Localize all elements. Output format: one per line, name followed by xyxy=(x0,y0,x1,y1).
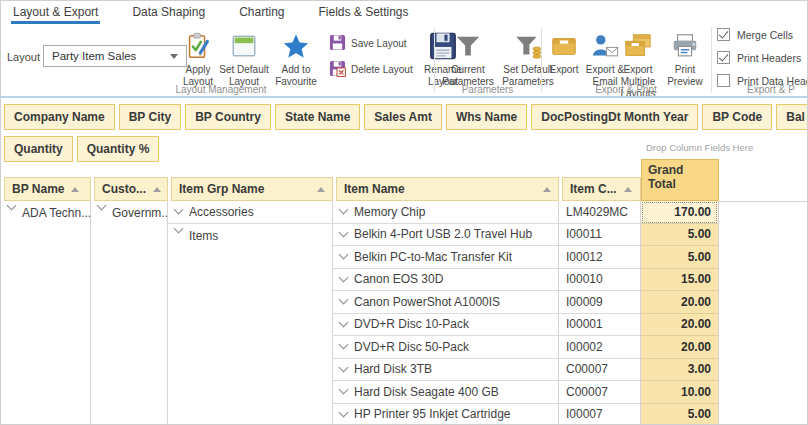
item-grp-cell[interactable]: Accessories xyxy=(168,201,332,224)
item-grp-column: Accessories Items xyxy=(168,201,333,424)
item-grp-cell[interactable]: Items xyxy=(168,224,332,425)
drop-column-fields-hint: Drop Column Fields Here xyxy=(646,142,753,153)
grand-total-cell[interactable]: 5.00 xyxy=(641,404,718,425)
tab-data-shaping[interactable]: Data Shaping xyxy=(130,2,207,24)
tab-layout-export[interactable]: Layout & Export xyxy=(11,2,100,24)
chevron-down-icon xyxy=(339,227,349,237)
grand-total-cell[interactable]: 20.00 xyxy=(641,291,718,314)
column-header-label: Item Grp Name xyxy=(179,182,264,196)
item-name-cell[interactable]: Memory Chip xyxy=(333,201,558,224)
field-chip-state-name[interactable]: State Name xyxy=(275,104,360,130)
field-chip-bp-country[interactable]: BP Country xyxy=(185,104,271,130)
column-header-customer[interactable]: Custo... xyxy=(94,177,168,201)
apply-layout-button[interactable]: Apply Layout xyxy=(175,28,221,88)
grand-total-cell[interactable]: 5.00 xyxy=(641,224,718,247)
field-chip-docpostingdt[interactable]: DocPostingDt Month Year xyxy=(531,104,698,130)
bp-name-cell[interactable]: ADA Techn... xyxy=(1,201,90,424)
chevron-down-icon xyxy=(339,317,349,327)
item-code-value: I00002 xyxy=(566,340,603,354)
merge-cells-checkbox[interactable]: Merge Cells xyxy=(717,28,793,41)
sort-asc-icon xyxy=(624,187,632,192)
item-name-cell[interactable]: Belkin PC-to-Mac Transfer Kit xyxy=(333,246,558,269)
field-chip-sales-amt[interactable]: Sales Amt xyxy=(364,104,442,130)
print-headers-label: Print Headers xyxy=(737,52,801,64)
save-layout-label: Save Layout xyxy=(351,38,407,49)
customer-cell[interactable]: Governm... xyxy=(91,201,167,424)
apply-layout-icon xyxy=(183,28,213,64)
layout-management-group-label: Layout Management xyxy=(121,84,321,95)
export-label: Export xyxy=(550,64,579,76)
column-header-item-code[interactable]: Item C... xyxy=(562,177,641,201)
item-name-cell[interactable]: Hard Disk 3TB xyxy=(333,359,558,382)
grand-total-cell[interactable]: 20.00 xyxy=(641,314,718,337)
printer-icon xyxy=(670,28,700,64)
chevron-down-icon xyxy=(339,340,349,350)
item-code-cell[interactable]: C00007 xyxy=(559,381,640,404)
item-code-cell[interactable]: I00010 xyxy=(559,269,640,292)
item-name-value: Canon EOS 30D xyxy=(354,272,443,286)
current-parameters-button[interactable]: Current Parameters xyxy=(437,28,499,88)
item-code-cell[interactable]: I00002 xyxy=(559,336,640,359)
item-code-value: I00007 xyxy=(566,407,603,421)
ribbon: Layout Party Item Sales Apply Layout xyxy=(1,24,807,96)
merge-cells-label: Merge Cells xyxy=(737,29,793,41)
chevron-down-icon xyxy=(7,201,17,210)
empty-filler-area xyxy=(719,201,807,424)
print-headers-checkbox[interactable]: Print Headers xyxy=(717,51,801,64)
grand-total-cell[interactable]: 20.00 xyxy=(641,336,718,359)
sort-asc-icon xyxy=(71,187,79,192)
grand-total-cell[interactable]: 3.00 xyxy=(641,359,718,382)
checkbox-checked-icon xyxy=(717,51,730,64)
item-name-cell[interactable]: Canon EOS 30D xyxy=(333,269,558,292)
field-chip-quantity[interactable]: Quantity xyxy=(4,136,73,162)
chevron-down-icon xyxy=(339,272,349,282)
grand-total-cell[interactable]: 10.00 xyxy=(641,381,718,404)
column-header-label: Item C... xyxy=(570,182,617,196)
grand-total-column: 170.00 5.00 5.00 15.00 20.00 20.00 20.00… xyxy=(641,201,719,424)
chevron-down-icon xyxy=(339,205,349,215)
item-name-cell[interactable]: Hard Disk Seagate 400 GB xyxy=(333,381,558,404)
funnel-database-icon xyxy=(513,28,543,64)
field-chip-company-name[interactable]: Company Name xyxy=(4,104,115,130)
field-chip-bp-code[interactable]: BP Code xyxy=(702,104,772,130)
grand-total-cell[interactable]: 5.00 xyxy=(641,246,718,269)
item-code-cell[interactable]: I00007 xyxy=(559,404,640,425)
field-chip-bal-due[interactable]: Bal Due On Doc xyxy=(776,104,808,130)
item-code-cell[interactable]: C00007 xyxy=(559,359,640,382)
add-to-favourite-button[interactable]: Add to Favourite xyxy=(270,28,322,88)
item-code-cell[interactable]: I00001 xyxy=(559,314,640,337)
grand-total-cell-selected[interactable]: 170.00 xyxy=(641,201,718,224)
tab-charting[interactable]: Charting xyxy=(237,2,286,24)
pivot-area: Company Name BP City BP Country State Na… xyxy=(1,98,807,424)
grand-total-header[interactable]: Grand Total xyxy=(641,159,719,201)
sort-asc-icon xyxy=(153,187,161,192)
item-code-column: LM4029MC I00011 I00012 I00010 I00009 I00… xyxy=(559,201,641,424)
export-box-icon xyxy=(549,28,579,64)
layout-dropdown-value: Party Item Sales xyxy=(52,50,136,62)
save-layout-button[interactable]: Save Layout xyxy=(329,34,407,53)
item-name-cell[interactable]: HP Printer 95 Inkjet Cartridge xyxy=(333,404,558,425)
item-name-value: Belkin 4-Port USB 2.0 Travel Hub xyxy=(354,227,532,241)
tab-fields-settings[interactable]: Fields & Settings xyxy=(316,2,410,24)
item-code-cell[interactable]: I00012 xyxy=(559,246,640,269)
print-preview-button[interactable]: Print Preview xyxy=(663,28,707,88)
parameters-group-label: Parameters xyxy=(434,84,541,95)
field-chip-bp-city[interactable]: BP City xyxy=(119,104,181,130)
delete-layout-button[interactable]: Delete Layout xyxy=(329,60,413,79)
column-header-bp-name[interactable]: BP Name xyxy=(4,177,91,201)
column-header-item-name[interactable]: Item Name xyxy=(336,177,559,201)
layout-dropdown[interactable]: Party Item Sales xyxy=(43,45,187,67)
field-chip-quantity-pct[interactable]: Quantity % xyxy=(77,136,160,162)
item-name-cell[interactable]: DVD+R Disc 10-Pack xyxy=(333,314,558,337)
item-name-cell[interactable]: DVD+R Disc 50-Pack xyxy=(333,336,558,359)
export-button[interactable]: Export xyxy=(543,28,585,76)
item-name-cell[interactable]: Belkin 4-Port USB 2.0 Travel Hub xyxy=(333,224,558,247)
item-code-cell[interactable]: LM4029MC xyxy=(559,201,640,224)
set-default-layout-button[interactable]: Set Default Layout xyxy=(216,28,272,88)
column-header-item-grp-name[interactable]: Item Grp Name xyxy=(171,177,333,201)
grand-total-cell[interactable]: 15.00 xyxy=(641,269,718,292)
field-chip-whs-name[interactable]: Whs Name xyxy=(446,104,527,130)
item-name-cell[interactable]: Canon PowerShot A1000IS xyxy=(333,291,558,314)
item-code-cell[interactable]: I00009 xyxy=(559,291,640,314)
item-code-cell[interactable]: I00011 xyxy=(559,224,640,247)
